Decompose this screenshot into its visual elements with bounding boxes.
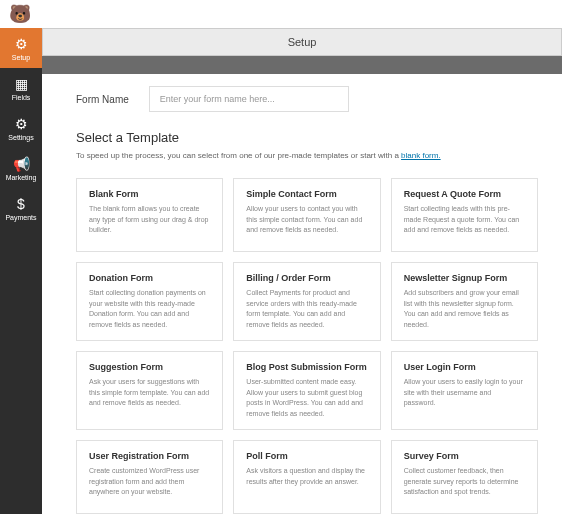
content-border <box>42 56 562 74</box>
template-card-title: Blog Post Submission Form <box>246 362 367 372</box>
template-grid: Blank FormThe blank form allows you to c… <box>60 166 554 514</box>
form-name-input[interactable] <box>149 86 349 112</box>
template-card[interactable]: Simple Contact FormAllow your users to c… <box>233 178 380 252</box>
form-name-label: Form Name <box>76 94 129 105</box>
sidebar-item-settings[interactable]: ⚙ Settings <box>0 108 42 148</box>
template-card[interactable]: Blog Post Submission FormUser-submitted … <box>233 351 380 430</box>
grid-icon: ▦ <box>15 76 28 92</box>
template-card-desc: Allow your users to contact you with thi… <box>246 204 367 236</box>
dollar-icon: $ <box>17 196 25 212</box>
template-card-desc: Ask your users for suggestions with this… <box>89 377 210 409</box>
form-name-row: Form Name <box>60 74 554 130</box>
template-card-desc: Create customized WordPress user registr… <box>89 466 210 498</box>
sidebar-item-label: Payments <box>5 214 36 221</box>
page-title: Setup <box>288 36 317 48</box>
topbar: Setup <box>42 28 562 56</box>
template-card-title: Suggestion Form <box>89 362 210 372</box>
template-card[interactable]: Newsletter Signup FormAdd subscribers an… <box>391 262 538 341</box>
template-card-desc: Start collecting leads with this pre-mad… <box>404 204 525 236</box>
template-card-title: User Registration Form <box>89 451 210 461</box>
gear-icon: ⚙ <box>15 36 28 52</box>
blank-form-link[interactable]: blank form. <box>401 151 441 160</box>
logo: 🐻 <box>0 0 40 28</box>
megaphone-icon: 📢 <box>13 156 30 172</box>
template-card-desc: Collect customer feedback, then generate… <box>404 466 525 498</box>
sidebar-item-label: Setup <box>12 54 30 61</box>
template-card-title: Newsletter Signup Form <box>404 273 525 283</box>
template-card-title: User Login Form <box>404 362 525 372</box>
sidebar: ⚙ Setup ▦ Fields ⚙ Settings 📢 Marketing … <box>0 28 42 514</box>
sidebar-item-payments[interactable]: $ Payments <box>0 188 42 228</box>
template-card[interactable]: User Registration FormCreate customized … <box>76 440 223 514</box>
template-card-title: Request A Quote Form <box>404 189 525 199</box>
sliders-icon: ⚙ <box>15 116 28 132</box>
template-card-desc: Ask visitors a question and display the … <box>246 466 367 487</box>
template-card-title: Billing / Order Form <box>246 273 367 283</box>
template-card[interactable]: Poll FormAsk visitors a question and dis… <box>233 440 380 514</box>
template-subtitle: To speed up the process, you can select … <box>76 151 538 160</box>
sidebar-item-marketing[interactable]: 📢 Marketing <box>0 148 42 188</box>
template-card[interactable]: Blank FormThe blank form allows you to c… <box>76 178 223 252</box>
sidebar-item-fields[interactable]: ▦ Fields <box>0 68 42 108</box>
template-header: Select a Template To speed up the proces… <box>60 130 554 166</box>
template-card-desc: User-submitted content made easy. Allow … <box>246 377 367 419</box>
sidebar-item-label: Settings <box>8 134 33 141</box>
sidebar-item-label: Fields <box>12 94 31 101</box>
template-card[interactable]: Donation FormStart collecting donation p… <box>76 262 223 341</box>
template-card[interactable]: Request A Quote FormStart collecting lea… <box>391 178 538 252</box>
template-card-desc: Start collecting donation payments on yo… <box>89 288 210 330</box>
template-card[interactable]: Suggestion FormAsk your users for sugges… <box>76 351 223 430</box>
template-card-title: Poll Form <box>246 451 367 461</box>
template-card-desc: Collect Payments for product and service… <box>246 288 367 330</box>
template-card[interactable]: Billing / Order FormCollect Payments for… <box>233 262 380 341</box>
template-card-title: Blank Form <box>89 189 210 199</box>
sidebar-item-setup[interactable]: ⚙ Setup <box>0 28 42 68</box>
template-card-title: Donation Form <box>89 273 210 283</box>
template-card-desc: The blank form allows you to create any … <box>89 204 210 236</box>
sidebar-item-label: Marketing <box>6 174 37 181</box>
template-card-title: Survey Form <box>404 451 525 461</box>
template-card[interactable]: Survey FormCollect customer feedback, th… <box>391 440 538 514</box>
template-card-desc: Allow your users to easily login to your… <box>404 377 525 409</box>
template-card-desc: Add subscribers and grow your email list… <box>404 288 525 330</box>
template-title: Select a Template <box>76 130 538 145</box>
template-card[interactable]: User Login FormAllow your users to easil… <box>391 351 538 430</box>
content-area: Form Name Select a Template To speed up … <box>60 74 554 514</box>
template-card-title: Simple Contact Form <box>246 189 367 199</box>
